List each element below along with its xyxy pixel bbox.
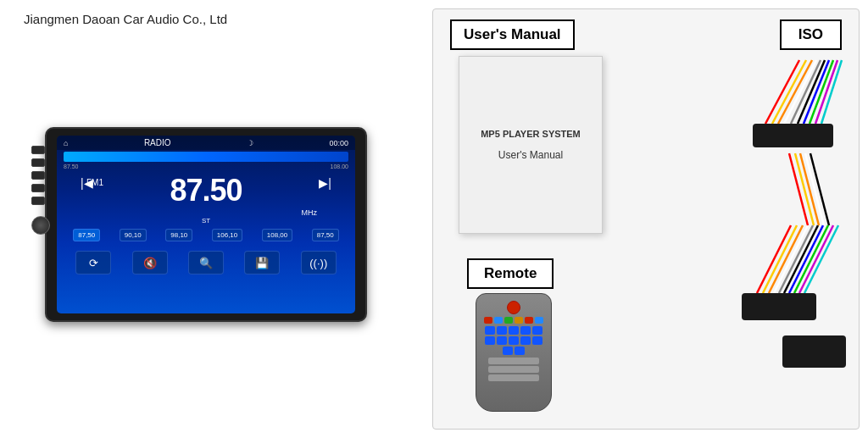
radio-mode: RADIO bbox=[144, 138, 171, 147]
preset-3: 98,10 bbox=[165, 229, 192, 241]
svg-line-25 bbox=[800, 153, 819, 225]
remote-num-12 bbox=[515, 347, 525, 355]
remote-color-buttons bbox=[484, 317, 543, 324]
preset-6: 87,50 bbox=[312, 229, 339, 241]
audio-icon: ((·)) bbox=[301, 251, 337, 274]
manual-book: MP5 PLAYER SYSTEM User's Manual bbox=[459, 56, 603, 234]
users-manual-label: User's Manual bbox=[450, 19, 575, 50]
remote-num-4 bbox=[520, 326, 531, 335]
remote-number-buttons bbox=[483, 326, 544, 355]
moon-icon: ☽ bbox=[247, 139, 253, 147]
remote-btn-yellow1 bbox=[515, 317, 523, 324]
iso-wire-harness bbox=[681, 56, 850, 386]
remote-power-button bbox=[507, 301, 520, 314]
remote-num-1 bbox=[485, 326, 495, 335]
remote-num-11 bbox=[503, 347, 513, 355]
svg-line-18 bbox=[794, 225, 828, 293]
svg-line-16 bbox=[784, 225, 818, 293]
book-subtitle: User's Manual bbox=[498, 149, 563, 161]
remote-bottom-buttons bbox=[488, 358, 539, 381]
preset-4: 106,10 bbox=[212, 229, 242, 241]
svg-rect-10 bbox=[753, 124, 833, 147]
remote-vol-down bbox=[488, 374, 539, 381]
save-icon: 💾 bbox=[244, 251, 280, 274]
bottom-icons-row: ⟳ 🔇 🔍 💾 ((·)) bbox=[57, 247, 355, 278]
preset-stations-row: 87,50 90,10 98,10 106,10 108,00 87,50 bbox=[57, 226, 355, 244]
remote-btn-blue1 bbox=[494, 317, 503, 324]
company-name: Jiangmen Daoan Car Audio Co., Ltd bbox=[24, 12, 227, 26]
frequency-number: 87.50 bbox=[170, 173, 242, 208]
main-frequency-display: |◀ FM1 87.50 MHz ST ▶| bbox=[57, 169, 355, 226]
remote-num-8 bbox=[509, 336, 519, 345]
fm-label: FM1 bbox=[86, 178, 103, 187]
mute-icon: 🔇 bbox=[132, 251, 168, 274]
radio-screen: ⌂ RADIO ☽ 00:00 87.50 108.00 |◀ FM1 87.5… bbox=[57, 136, 355, 313]
car-radio: ⌂ RADIO ☽ 00:00 87.50 108.00 |◀ FM1 87.5… bbox=[45, 127, 367, 322]
remote-btn-blue2 bbox=[535, 317, 543, 324]
remote-control bbox=[476, 293, 552, 412]
side-btn-3 bbox=[31, 171, 45, 180]
remote-num-3 bbox=[509, 326, 519, 335]
remote-btn-green1 bbox=[504, 317, 513, 324]
cast-icon: ⟳ bbox=[75, 251, 111, 274]
svg-rect-21 bbox=[742, 293, 816, 320]
product-image-area: ⌂ RADIO ☽ 00:00 87.50 108.00 |◀ FM1 87.5… bbox=[24, 42, 388, 407]
remote-num-7 bbox=[497, 336, 507, 345]
remote-num-6 bbox=[485, 336, 495, 345]
iso-label: ISO bbox=[780, 19, 842, 50]
preset-2: 90,10 bbox=[120, 229, 147, 241]
svg-rect-22 bbox=[782, 335, 846, 368]
remote-label: Remote bbox=[467, 258, 554, 289]
svg-line-8 bbox=[815, 60, 837, 124]
preset-5: 108,00 bbox=[262, 229, 292, 241]
remote-num-9 bbox=[520, 336, 531, 345]
radio-time: 00:00 bbox=[329, 139, 348, 147]
svg-line-17 bbox=[789, 225, 823, 293]
frequency-marks: 87.50 108.00 bbox=[57, 164, 355, 169]
svg-line-15 bbox=[779, 225, 813, 293]
side-btn-2 bbox=[31, 158, 45, 167]
stereo-indicator: ST bbox=[57, 217, 355, 225]
side-buttons bbox=[31, 146, 50, 235]
volume-knob bbox=[31, 216, 50, 235]
search-icon: 🔍 bbox=[188, 251, 224, 274]
svg-line-19 bbox=[799, 225, 833, 293]
svg-line-27 bbox=[810, 153, 829, 225]
freq-high: 108.00 bbox=[331, 164, 348, 169]
frequency-unit: MHz bbox=[57, 208, 355, 217]
freq-low: 87.50 bbox=[64, 164, 79, 169]
frequency-bar bbox=[64, 152, 348, 162]
preset-1: 87,50 bbox=[73, 229, 100, 241]
remote-num-5 bbox=[532, 326, 542, 335]
book-title: MP5 PLAYER SYSTEM bbox=[481, 129, 581, 139]
next-station-icon: ▶| bbox=[319, 176, 331, 190]
remote-num-10 bbox=[532, 336, 542, 345]
side-btn-1 bbox=[31, 146, 45, 154]
svg-line-26 bbox=[805, 153, 824, 225]
remote-btn-red1 bbox=[484, 317, 492, 324]
accessories-panel: User's Manual ISO MP5 PLAYER SYSTEM User… bbox=[432, 8, 860, 430]
remote-btn-red2 bbox=[525, 317, 533, 324]
side-btn-5 bbox=[31, 197, 45, 205]
home-icon: ⌂ bbox=[64, 139, 68, 147]
side-btn-4 bbox=[31, 184, 45, 192]
remote-sel bbox=[488, 366, 539, 373]
remote-num-2 bbox=[497, 326, 507, 335]
screen-top-bar: ⌂ RADIO ☽ 00:00 bbox=[57, 136, 355, 150]
remote-vol-up bbox=[488, 358, 539, 364]
svg-line-20 bbox=[804, 225, 838, 293]
